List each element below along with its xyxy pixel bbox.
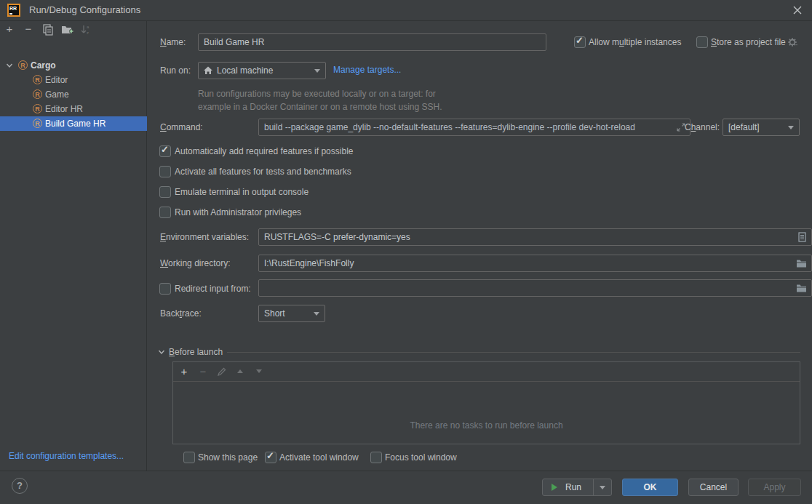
run-as-admin-label: Run with Administrator privileges (175, 207, 301, 218)
activate-tool-window-label: Activate tool window (279, 452, 359, 463)
app-icon-label: RR (9, 6, 17, 11)
configuration-form: Name: Build Game HR ✓ Allow multiple ins… (147, 20, 812, 471)
before-launch-label[interactable]: Before launch (169, 346, 223, 358)
run-on-help-line2: example in a Docker Container or on a re… (198, 101, 442, 113)
folder-icon[interactable] (796, 259, 807, 268)
emulate-terminal-checkbox[interactable] (159, 186, 171, 198)
sidebar-toolbar: + − a z (0, 22, 147, 38)
allow-multiple-instances-checkbox[interactable]: ✓ (574, 36, 586, 48)
tree-item-editor[interactable]: R Editor (0, 73, 147, 87)
ok-button[interactable]: OK (622, 479, 678, 496)
remove-task-icon[interactable]: − (196, 364, 210, 379)
cargo-icon: R (33, 119, 42, 128)
tree-item-label: Editor HR (45, 104, 83, 114)
run-on-select[interactable]: Local machine (198, 62, 326, 79)
move-task-down-icon[interactable] (256, 369, 262, 373)
channel-select[interactable]: [default] (723, 119, 800, 136)
apply-button[interactable]: Apply (748, 479, 801, 496)
run-button[interactable]: Run (542, 479, 612, 496)
tree-item-build-game-hr[interactable]: R Build Game HR (0, 116, 147, 131)
allow-multiple-instances-label: Allow multiple instances (589, 36, 681, 48)
before-launch-divider (227, 352, 800, 353)
add-task-icon[interactable]: + (178, 364, 191, 379)
show-this-page-checkbox[interactable] (183, 452, 195, 463)
activate-all-features-checkbox[interactable] (159, 166, 171, 177)
working-directory-label: Working directory: (160, 257, 230, 269)
environment-variables-input[interactable]: RUSTFLAGS=-C prefer-dynamic=yes (258, 228, 812, 246)
store-as-project-file-checkbox[interactable] (696, 36, 708, 48)
working-directory-input[interactable]: I:\RustEngine\FishFolly (258, 255, 812, 272)
run-options-chevron-icon[interactable] (600, 486, 605, 489)
help-icon[interactable]: ? (12, 478, 28, 494)
auto-add-required-features-checkbox[interactable]: ✓ (159, 145, 171, 157)
redirect-input-input[interactable] (258, 279, 812, 297)
auto-add-required-features-label: Automatically add required features if p… (175, 145, 353, 157)
environment-variables-label: Environment variables: (160, 231, 249, 243)
command-label: Command: (160, 121, 203, 133)
cargo-icon: R (33, 89, 42, 99)
manage-targets-link[interactable]: Manage targets... (333, 65, 401, 75)
focus-tool-window-checkbox[interactable] (370, 452, 382, 463)
run-debug-configurations-dialog: RR Run/Debug Configurations + − (0, 0, 812, 504)
svg-text:a: a (87, 25, 89, 29)
show-this-page-label: Show this page (198, 452, 258, 463)
tree-item-label: Build Game HR (45, 119, 106, 129)
close-icon[interactable] (792, 4, 803, 16)
sidebar: + − a z (0, 20, 147, 471)
channel-label: Channel: (685, 121, 720, 133)
svg-text:z: z (87, 31, 89, 35)
name-label: Name: (160, 36, 186, 48)
name-input[interactable]: Build Game HR (198, 33, 546, 51)
run-play-icon (552, 484, 557, 491)
store-as-project-file-label: Store as project file (711, 36, 786, 48)
cancel-button[interactable]: Cancel (688, 479, 739, 496)
edit-configuration-templates-link[interactable]: Edit configuration templates... (9, 451, 124, 461)
app-icon: RR (7, 4, 20, 17)
cargo-icon: R (33, 75, 42, 84)
chevron-down-icon[interactable] (157, 348, 166, 356)
tree-item-editor-hr[interactable]: R Editor HR (0, 102, 147, 116)
emulate-terminal-label: Emulate terminal in output console (175, 186, 309, 198)
browse-variables-icon[interactable] (797, 232, 807, 242)
add-configuration-icon[interactable]: + (3, 22, 16, 36)
home-icon (203, 65, 213, 76)
edit-task-icon[interactable] (217, 367, 227, 377)
tree-item-label: Game (45, 89, 69, 100)
before-launch-empty-text: There are no tasks to run before launch (173, 420, 800, 431)
chevron-down-icon (314, 69, 320, 73)
app-icon-underscore (9, 13, 12, 15)
gear-icon[interactable] (787, 36, 799, 48)
run-on-help-line1: Run configurations may be executed local… (198, 88, 436, 100)
folder-icon[interactable] (796, 284, 807, 292)
window-title: Run/Debug Configurations (29, 4, 140, 16)
sort-alphabetically-icon[interactable]: a z (80, 24, 92, 36)
run-on-label: Run on: (160, 65, 191, 76)
backtrace-select[interactable]: Short (258, 305, 325, 322)
command-input[interactable]: build --package game_dylib --no-default-… (258, 119, 690, 136)
chevron-down-icon[interactable] (5, 61, 14, 70)
title-bar: RR Run/Debug Configurations (0, 0, 812, 21)
cargo-icon: R (33, 104, 42, 113)
tree-item-cargo[interactable]: R Cargo (0, 58, 147, 73)
copy-configuration-icon[interactable] (42, 24, 54, 36)
tree-item-game[interactable]: R Game (0, 87, 147, 102)
move-task-up-icon[interactable] (237, 369, 243, 373)
cargo-icon: R (18, 60, 28, 70)
tree-item-label: Cargo (31, 60, 56, 71)
new-folder-icon[interactable] (61, 24, 73, 36)
activate-all-features-label: Activate all features for tests and benc… (175, 166, 351, 177)
redirect-input-label: Redirect input from: (175, 283, 251, 295)
tree-item-label: Editor (45, 75, 68, 85)
check-icon: ✓ (161, 144, 169, 155)
before-launch-panel: + − There are no tasks to run before lau… (172, 361, 800, 444)
remove-configuration-icon[interactable]: − (22, 22, 35, 36)
redirect-input-checkbox[interactable] (159, 283, 171, 295)
run-as-admin-checkbox[interactable] (159, 207, 171, 218)
backtrace-label: Backtrace: (160, 308, 202, 319)
chevron-down-icon (314, 312, 319, 316)
chevron-down-icon (788, 126, 794, 129)
dialog-footer: ? Run OK Cancel Apply (0, 471, 812, 504)
check-icon: ✓ (576, 35, 584, 46)
before-launch-toolbar: + − (173, 362, 800, 382)
activate-tool-window-checkbox[interactable]: ✓ (265, 452, 276, 463)
